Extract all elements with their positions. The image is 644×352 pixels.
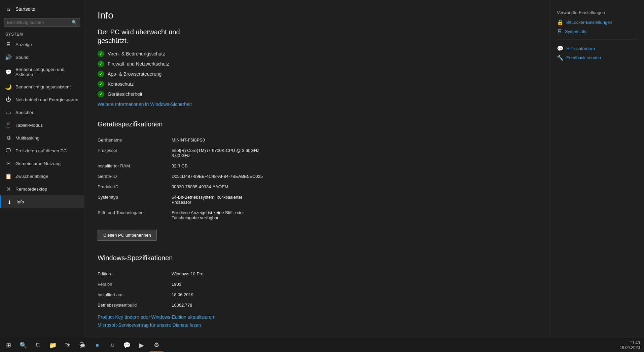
windows-security-link[interactable]: Weitere Informationen in Windows-Sicherh… <box>98 102 192 107</box>
store-button[interactable]: 🛍 <box>61 339 75 352</box>
sidebar-item-multitasking[interactable]: ⧉ Multitasking <box>0 131 84 144</box>
lock-icon: 🔒 <box>557 19 564 26</box>
main-content: Info Der PC wird überwacht und geschützt… <box>84 0 550 338</box>
geraete-specs-title: Gerätespezifikationen <box>98 120 536 128</box>
clock-date: 19.04.2020 <box>620 345 640 350</box>
security-item-viren: Viren- & Bedrohungsschutz <box>98 50 536 57</box>
sidebar-item-projizieren[interactable]: 🖵 Projizieren auf diesen PC <box>0 144 84 157</box>
sidebar-item-label: Tablet-Modus <box>15 123 43 128</box>
spec-row-produktid: Produkt-ID 00330-75035-49334-AAOEM <box>98 182 367 192</box>
windows-specs-title: Windows-Spezifikationen <box>98 254 536 262</box>
spec-row-stift: Stift- und Toucheingabe Für diese Anzeig… <box>98 207 367 223</box>
search-input[interactable] <box>7 20 70 25</box>
windows-spec-table: Edition Windows 10 Pro Version 1903 Inst… <box>98 269 367 310</box>
assistant-icon: 🌙 <box>5 84 11 90</box>
sidebar-item-label: Benachrichtigungsassistent <box>15 84 71 89</box>
spec-row-systemtyp: Systemtyp 64-Bit-Betriebssystem, x64-bas… <box>98 192 367 207</box>
spec-row-prozessor: Prozessor Intel(R) Core(TM) i7-9700K CPU… <box>98 145 367 161</box>
sound-icon: 🔊 <box>5 54 11 60</box>
share-icon: ✂ <box>5 160 11 166</box>
discord-button[interactable]: 💬 <box>120 339 134 352</box>
bitlocker-link[interactable]: 🔒 BitLocker-Einstellungen <box>557 19 637 26</box>
sidebar-item-label: Sound <box>15 55 29 60</box>
security-item-app: App- & Browsersteuerung <box>98 71 536 77</box>
right-panel: Verwandte Einstellungen 🔒 BitLocker-Eins… <box>550 0 644 338</box>
taskbar: ⊞ 🔍 ⧉ 📁 🛍 🌦 ● ♫ 💬 ▶ ⚙ 11:40 19.04.2020 <box>0 338 644 352</box>
help-icon: 💬 <box>557 45 564 52</box>
clipboard-icon: 📋 <box>5 173 11 179</box>
sidebar-item-gemeinsame[interactable]: ✂ Gemeinsame Nutzung <box>0 157 84 170</box>
home-icon: ⌂ <box>5 6 11 12</box>
display-icon: 🖥 <box>5 41 11 47</box>
sidebar-item-tablet[interactable]: 📱 Tablet-Modus <box>0 119 84 131</box>
feedback-link[interactable]: 🔧 Feedback senden <box>557 54 637 61</box>
check-icon-konto <box>98 81 104 87</box>
sidebar-item-label: Info <box>16 199 24 204</box>
remote-icon: ✕ <box>5 186 11 192</box>
sidebar-item-label: Remotedesktop <box>15 187 47 192</box>
security-item-firewall: Firewall- und Netzwerkschutz <box>98 61 536 67</box>
divider <box>557 40 637 40</box>
sidebar-item-netzbetrieb[interactable]: ⏻ Netzbetrieb und Energiesparen <box>0 93 84 106</box>
spec-table: Gerätename MININT-F6I8PS0 Prozessor Inte… <box>98 135 367 223</box>
sidebar-item-label: Netzbetrieb und Energiesparen <box>15 97 78 102</box>
check-icon-app <box>98 71 104 77</box>
sidebar-item-label: Multitasking <box>15 135 39 141</box>
storage-icon: ▭ <box>5 109 11 115</box>
sidebar-home-label: Startseite <box>15 6 35 12</box>
sidebar-item-zwischenablage[interactable]: 📋 Zwischenablage <box>0 170 84 183</box>
search-button[interactable]: 🔍 <box>16 339 30 352</box>
explorer-button[interactable]: 📁 <box>46 339 60 352</box>
security-header: Der PC wird überwacht und geschützt. <box>98 28 536 45</box>
search-icon: 🔍 <box>72 20 77 25</box>
spec-row-build: Betriebssystembuild 18362.778 <box>98 300 367 310</box>
taskview-button[interactable]: ⧉ <box>31 339 45 352</box>
project-icon: 🖵 <box>5 148 11 154</box>
tablet-icon: 📱 <box>5 122 11 128</box>
start-button[interactable]: ⊞ <box>1 339 15 352</box>
sidebar-item-anzeige[interactable]: 🖥 Anzeige <box>0 38 84 51</box>
check-icon-geraet <box>98 91 104 97</box>
service-contract-link[interactable]: Microsoft-Servicevertrag für unsere Dien… <box>98 322 201 328</box>
spotify-button[interactable]: ♫ <box>105 339 119 352</box>
spec-row-geraetename: Gerätename MININT-F6I8PS0 <box>98 135 367 145</box>
sidebar-item-remotedesktop[interactable]: ✕ Remotedesktop <box>0 183 84 195</box>
sidebar-home[interactable]: ⌂ Startseite <box>0 3 84 15</box>
weather-button[interactable]: 🌦 <box>75 339 90 352</box>
sidebar-item-assistent[interactable]: 🌙 Benachrichtigungsassistent <box>0 80 84 93</box>
clock-time: 11:40 <box>630 341 640 345</box>
rename-pc-button[interactable]: Diesen PC umbenennen <box>98 230 157 241</box>
systeminfo-icon: 🖥 <box>557 28 562 34</box>
security-item-geraet: Gerätesicherheit <box>98 91 536 97</box>
sidebar-item-speicher[interactable]: ▭ Speicher <box>0 106 84 119</box>
security-item-konto: Kontoschutz <box>98 81 536 87</box>
sidebar-item-label: Anzeige <box>15 42 32 47</box>
page-title: Info <box>98 10 536 21</box>
spec-row-geraeteid: Geräte-ID D051D487-99EE-4C48-AF84-7BEABE… <box>98 171 367 182</box>
sidebar-section-label: System <box>0 29 84 38</box>
check-icon-viren <box>98 50 104 57</box>
multitasking-icon: ⧉ <box>5 135 11 141</box>
spec-row-installiert: Installiert am 18.06.2019 <box>98 289 367 300</box>
info-icon: ℹ <box>6 199 12 205</box>
related-title: Verwandte Einstellungen <box>557 10 637 15</box>
media-button[interactable]: ▶ <box>135 339 149 352</box>
settings-button[interactable]: ⚙ <box>149 339 164 352</box>
sidebar-search-container: 🔍 <box>4 18 80 27</box>
notification-icon: 💬 <box>5 69 11 75</box>
systeminfo-link[interactable]: 🖥 Systeminfo <box>557 28 637 34</box>
feedback-icon: 🔧 <box>557 54 564 61</box>
check-icon-firewall <box>98 61 104 67</box>
help-link[interactable]: 💬 Hilfe anfordern <box>557 45 637 52</box>
chrome-button[interactable]: ● <box>90 339 104 352</box>
sidebar-item-benachrichtigungen[interactable]: 💬 Benachrichtigungen und Aktionen <box>0 64 84 80</box>
product-key-link[interactable]: Product Key ändern oder Windows-Edition … <box>98 314 214 320</box>
spec-row-version: Version 1903 <box>98 279 367 289</box>
sidebar-item-label: Projizieren auf diesen PC <box>15 148 67 153</box>
power-icon: ⏻ <box>5 96 11 103</box>
sidebar-item-label: Gemeinsame Nutzung <box>15 161 61 166</box>
spec-row-edition: Edition Windows 10 Pro <box>98 269 367 279</box>
sidebar-item-label: Zwischenablage <box>15 174 48 179</box>
sidebar-item-sound[interactable]: 🔊 Sound <box>0 51 84 64</box>
sidebar-item-info[interactable]: ℹ Info <box>0 195 84 208</box>
